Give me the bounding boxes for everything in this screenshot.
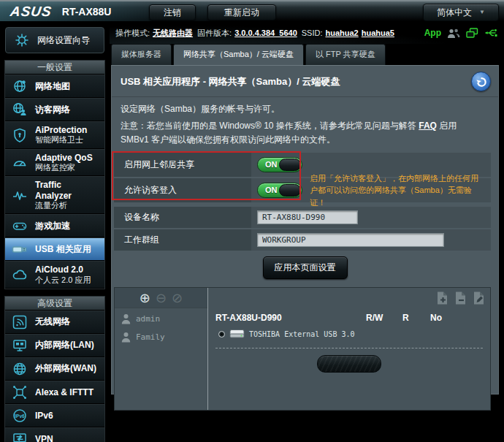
guest-login-toggle[interactable]: ON bbox=[257, 183, 302, 198]
app-link[interactable]: App bbox=[424, 28, 441, 38]
sidebar-item-usb-application[interactable]: USB 相关应用 bbox=[5, 237, 104, 261]
sidebar-item-label: VPN bbox=[35, 434, 53, 442]
router-model: RT-AX88U bbox=[62, 6, 128, 18]
user-list-item-admin[interactable]: admin bbox=[115, 310, 207, 327]
language-selector[interactable]: 简体中文 ▼ bbox=[423, 4, 499, 21]
sidebar-item-vpn[interactable]: VPN bbox=[5, 427, 104, 442]
ssid-link-2[interactable]: huahua5 bbox=[362, 28, 394, 37]
sidebar-item-label: 网络地图 bbox=[35, 80, 70, 93]
section-header: 一般设置 bbox=[5, 61, 104, 75]
sidebar-item-wan[interactable]: 外部网络(WAN) bbox=[5, 357, 104, 381]
rename-folder-icon[interactable] bbox=[472, 291, 486, 305]
sidebar-item-game-boost[interactable]: 游戏加速 bbox=[5, 214, 104, 237]
firmware-value-link[interactable]: 3.0.0.4.384_5640 bbox=[234, 28, 297, 37]
svg-text:IPv6: IPv6 bbox=[15, 413, 25, 418]
device-name-input[interactable] bbox=[257, 210, 358, 224]
reboot-button[interactable]: 重新启动 bbox=[207, 4, 276, 20]
sidebar-item-ipv6[interactable]: IPv6 IPv6 bbox=[5, 404, 104, 427]
remove-folder-icon[interactable] bbox=[454, 291, 467, 305]
content-panel: USB 相关应用程序 - 网络共享（Samba）/ 云端硬盘 设定网络（Samb… bbox=[111, 65, 499, 395]
wan-icon bbox=[10, 361, 29, 377]
samba-settings-table: 启用网上邻居共享 ON 允许访客登入 ON 启用「允许访客登入」，在内部网络上的… bbox=[114, 153, 491, 251]
ssid-link-1[interactable]: huahua2 bbox=[326, 28, 359, 37]
sidebar-item-label: AiCloud 2.0 bbox=[35, 264, 91, 275]
usb-status-icon[interactable] bbox=[484, 28, 498, 38]
permissions-header: RT-AX88U-D990 R/W R No bbox=[214, 313, 484, 324]
divider bbox=[215, 348, 483, 348]
sidebar-item-setup-wizard[interactable]: 网络设置向导 bbox=[5, 27, 104, 53]
main-content: 媒体服务器 网络共享（Samba）/ 云端硬盘 以 FTP 共享硬盘 USB 相… bbox=[110, 44, 504, 442]
save-permission-button[interactable] bbox=[317, 355, 381, 373]
sidebar-item-label: 游戏加速 bbox=[35, 220, 70, 232]
sidebar-item-sublabel: 流量分析 bbox=[35, 201, 99, 210]
section-header: 高级设置 bbox=[5, 297, 104, 310]
sidebar-item-sublabel: 网络监控家 bbox=[35, 163, 93, 172]
column-header-r: R bbox=[402, 313, 409, 323]
page-title: USB 相关应用程序 - 网络共享（Samba）/ 云端硬盘 bbox=[121, 75, 340, 88]
tab-media-server[interactable]: 媒体服务器 bbox=[111, 44, 172, 65]
user-toolbar: ⊕ ⊖ ⊘ bbox=[115, 288, 207, 308]
sidebar-item-aicloud[interactable]: AiCloud 2.0 个人云 2.0 应用 bbox=[5, 261, 104, 289]
sidebar-section-advanced: 高级设置 无线网络 内部网络(LAN) bbox=[4, 296, 105, 442]
sidebar-item-label: 无线网络 bbox=[35, 316, 70, 328]
game-boost-icon bbox=[10, 218, 29, 234]
remove-user-icon[interactable]: ⊖ bbox=[156, 292, 167, 305]
sidebar-item-wireless[interactable]: 无线网络 bbox=[5, 310, 104, 334]
sidebar-item-label: Alexa & IFTTT bbox=[35, 387, 93, 397]
sidebar-item-label: USB 相关应用 bbox=[35, 243, 91, 256]
setup-wizard-icon bbox=[12, 32, 31, 48]
user-name: admin bbox=[136, 314, 160, 324]
sidebar-section-general: 一般设置 网络地图 访客网络 bbox=[4, 60, 105, 289]
workgroup-input[interactable] bbox=[257, 233, 444, 247]
disk-icon bbox=[229, 329, 245, 339]
asus-logo: ASUS bbox=[9, 4, 53, 20]
sidebar-item-label: 访客网络 bbox=[35, 104, 70, 116]
add-user-icon[interactable]: ⊕ bbox=[140, 292, 150, 305]
add-folder-icon[interactable] bbox=[435, 291, 449, 305]
apply-button[interactable]: 应用本页面设置 bbox=[263, 256, 348, 279]
user-icon bbox=[121, 313, 131, 324]
tab-bar: 媒体服务器 网络共享（Samba）/ 云端硬盘 以 FTP 共享硬盘 bbox=[110, 44, 504, 65]
cloud-icon bbox=[10, 267, 29, 283]
sidebar-item-adaptive-qos[interactable]: Adaptive QoS 网络监控家 bbox=[5, 149, 104, 177]
toggle-knob bbox=[279, 184, 301, 197]
share-permissions-pane: RT-AX88U-D990 R/W R No TOSHIBA External … bbox=[208, 288, 490, 410]
permissions-panel: ⊕ ⊖ ⊘ admin Family bbox=[114, 287, 491, 411]
tab-ftp-share[interactable]: 以 FTP 共享硬盘 bbox=[305, 44, 386, 65]
toggle-knob bbox=[279, 159, 301, 171]
back-button[interactable] bbox=[471, 72, 491, 91]
lan-icon bbox=[10, 338, 29, 354]
tab-samba-share[interactable]: 网络共享（Samba）/ 云端硬盘 bbox=[173, 44, 304, 65]
language-label: 简体中文 bbox=[437, 5, 472, 20]
mode-value-link[interactable]: 无线路由器 bbox=[153, 28, 193, 39]
faq-link[interactable]: FAQ bbox=[419, 121, 437, 131]
status-bar: 操作模式: 无线路由器 固件版本: 3.0.0.4.384_5640 SSID:… bbox=[110, 22, 504, 44]
smbv1-note: 注意：若您当前使用的是 Windows® 10 操作系统，请参考此常见问题与解答… bbox=[112, 115, 495, 146]
edit-user-icon[interactable]: ⊘ bbox=[172, 292, 183, 305]
ipv6-icon: IPv6 bbox=[10, 408, 29, 424]
sidebar-item-label: Traffic Analyzer bbox=[35, 180, 99, 201]
wake-on-lan-icon[interactable] bbox=[466, 28, 478, 39]
sidebar-item-lan[interactable]: 内部网络(LAN) bbox=[5, 334, 104, 357]
sidebar-item-label: IPv6 bbox=[35, 411, 53, 421]
column-header-rw: R/W bbox=[366, 313, 383, 323]
setting-label: 工作群组 bbox=[114, 229, 251, 251]
shield-icon bbox=[10, 127, 29, 143]
sidebar-item-network-map[interactable]: 网络地图 bbox=[5, 75, 104, 98]
sidebar-item-traffic-analyzer[interactable]: Traffic Analyzer 流量分析 bbox=[5, 176, 104, 214]
sidebar-item-alexa-ifttt[interactable]: Alexa & IFTTT bbox=[5, 381, 104, 404]
setting-row-guest-login: 允许访客登入 ON 启用「允许访客登入」，在内部网络上的任何用户都可以访问您的网… bbox=[114, 178, 491, 202]
logout-button[interactable]: 注销 bbox=[149, 4, 196, 20]
wireless-icon bbox=[10, 314, 29, 330]
user-list-item-family[interactable]: Family bbox=[115, 329, 207, 345]
guest-login-warning: 启用「允许访客登入」，在内部网络上的任何用户都可以访问您的网络共享（Samba）… bbox=[310, 172, 485, 209]
sidebar-item-guest-network[interactable]: 访客网络 bbox=[5, 98, 104, 121]
drive-label: TOSHIBA External USB 3.0 bbox=[249, 330, 355, 338]
drive-radio-button[interactable] bbox=[218, 331, 225, 338]
neighborhood-share-toggle[interactable]: ON bbox=[257, 157, 302, 172]
sidebar-item-aiprotection[interactable]: AiProtection 智能网络卫士 bbox=[5, 121, 104, 149]
setting-row-workgroup: 工作群组 bbox=[114, 229, 491, 251]
clients-icon[interactable] bbox=[447, 28, 460, 39]
sidebar-item-label: Adaptive QoS bbox=[35, 153, 93, 163]
sidebar-item-sublabel: 智能网络卫士 bbox=[35, 135, 87, 145]
